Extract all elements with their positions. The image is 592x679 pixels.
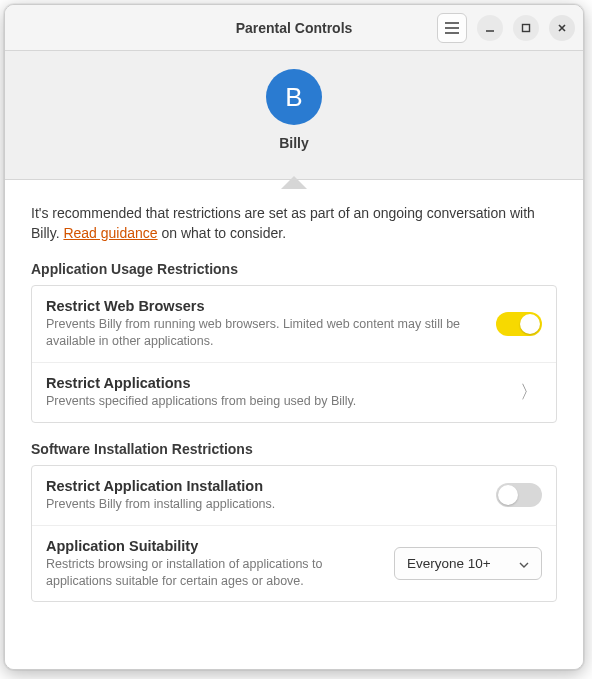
row-title: Restrict Applications	[46, 375, 502, 391]
section-title-install: Software Installation Restrictions	[31, 441, 557, 457]
install-list: Restrict Application Installation Preven…	[31, 465, 557, 603]
chevron-right-icon: 〉	[516, 380, 542, 404]
dropdown-value: Everyone 10+	[407, 556, 491, 571]
maximize-button[interactable]	[513, 15, 539, 41]
toggle-knob	[498, 485, 518, 505]
hamburger-icon	[445, 22, 459, 34]
row-text: Restrict Web Browsers Prevents Billy fro…	[46, 298, 482, 350]
row-subtitle: Prevents Billy from installing applicati…	[46, 496, 482, 513]
intro-suffix: on what to consider.	[158, 225, 286, 241]
avatar: B	[266, 69, 322, 125]
row-subtitle: Prevents Billy from running web browsers…	[46, 316, 482, 350]
minimize-button[interactable]	[477, 15, 503, 41]
hamburger-menu-button[interactable]	[437, 13, 467, 43]
maximize-icon	[521, 23, 531, 33]
row-text: Application Suitability Restricts browsi…	[46, 538, 380, 590]
headerbar: Parental Controls	[5, 5, 583, 51]
headerbar-controls	[437, 13, 575, 43]
chevron-down-icon	[519, 556, 529, 571]
row-text: Restrict Applications Prevents specified…	[46, 375, 502, 410]
usage-list: Restrict Web Browsers Prevents Billy fro…	[31, 285, 557, 423]
row-subtitle: Restricts browsing or installation of ap…	[46, 556, 380, 590]
panel-notch	[282, 177, 306, 189]
row-restrict-applications[interactable]: Restrict Applications Prevents specified…	[32, 363, 556, 422]
row-restrict-installation: Restrict Application Installation Preven…	[32, 466, 556, 526]
row-restrict-web-browsers: Restrict Web Browsers Prevents Billy fro…	[32, 286, 556, 363]
minimize-icon	[485, 23, 495, 33]
section-title-usage: Application Usage Restrictions	[31, 261, 557, 277]
svg-rect-0	[523, 24, 530, 31]
close-icon	[557, 23, 567, 33]
avatar-initial: B	[285, 82, 302, 113]
row-application-suitability: Application Suitability Restricts browsi…	[32, 526, 556, 602]
row-title: Restrict Application Installation	[46, 478, 482, 494]
toggle-knob	[520, 314, 540, 334]
restrict-installation-toggle[interactable]	[496, 483, 542, 507]
row-title: Application Suitability	[46, 538, 380, 554]
user-name: Billy	[279, 135, 309, 151]
window: Parental Controls B Billy It's recommend…	[4, 4, 584, 670]
content-area: It's recommended that restrictions are s…	[5, 180, 583, 669]
row-title: Restrict Web Browsers	[46, 298, 482, 314]
read-guidance-link[interactable]: Read guidance	[63, 225, 157, 241]
restrict-web-browsers-toggle[interactable]	[496, 312, 542, 336]
row-subtitle: Prevents specified applications from bei…	[46, 393, 502, 410]
row-text: Restrict Application Installation Preven…	[46, 478, 482, 513]
suitability-dropdown[interactable]: Everyone 10+	[394, 547, 542, 580]
close-button[interactable]	[549, 15, 575, 41]
intro-text: It's recommended that restrictions are s…	[31, 204, 557, 243]
user-panel: B Billy	[5, 51, 583, 180]
